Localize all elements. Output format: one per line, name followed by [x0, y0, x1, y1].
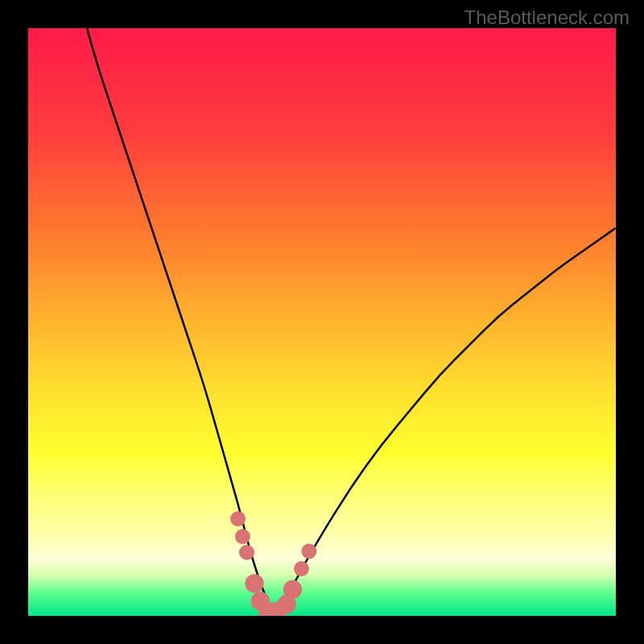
- plot-area: [28, 28, 616, 616]
- data-marker: [245, 574, 263, 592]
- data-marker: [230, 511, 246, 526]
- data-marker: [301, 543, 316, 559]
- watermark-text: TheBottleneck.com: [464, 6, 630, 29]
- data-marker: [235, 529, 250, 544]
- data-marker: [239, 545, 254, 560]
- data-marker: [294, 561, 309, 576]
- curve-overlay: [28, 28, 616, 616]
- bottleneck-curve: [87, 28, 616, 609]
- data-marker: [283, 580, 302, 598]
